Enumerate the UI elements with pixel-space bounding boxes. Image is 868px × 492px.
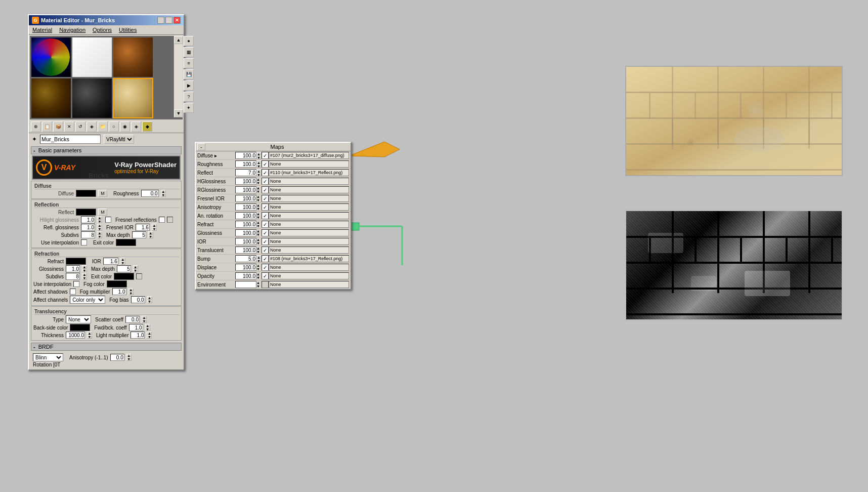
anisotropy-input[interactable] <box>110 354 124 361</box>
ior-input[interactable] <box>103 258 118 265</box>
aniso-up[interactable]: ▲ <box>256 203 262 207</box>
material-thumb-6-selected[interactable] <box>113 78 153 118</box>
displace-down[interactable]: ▼ <box>256 267 262 271</box>
reflect-m-button[interactable]: M <box>98 209 107 216</box>
show-map-button[interactable]: ◉ <box>120 121 130 132</box>
map-environment-file[interactable]: None <box>269 281 349 288</box>
close-button[interactable]: ✕ <box>173 17 181 24</box>
video-button[interactable]: ▶ <box>184 80 194 91</box>
exit-color2-swatch[interactable] <box>114 273 134 280</box>
ior-down[interactable]: ▼ <box>256 241 262 245</box>
scroll-down-button[interactable]: ▼ <box>174 109 183 117</box>
map-reflect-val[interactable] <box>235 169 256 176</box>
roughness-spin-up[interactable]: ▲ <box>161 190 166 193</box>
fresnel-checkbox[interactable] <box>159 217 165 223</box>
fog-mult-spin-up[interactable]: ▲ <box>128 288 134 292</box>
make-unique-button[interactable]: ◈ <box>86 121 97 132</box>
save-button[interactable]: 💾 <box>184 69 194 79</box>
map-reflect-file[interactable]: #110 (mur_bricks3+17_Reflect.png) <box>269 169 349 176</box>
map-fresnel-val[interactable] <box>235 195 256 202</box>
aniso-spin-down[interactable]: ▼ <box>126 357 132 361</box>
max-depth2-spin-down[interactable]: ▼ <box>133 269 138 272</box>
map-refract-check[interactable]: ✓ <box>262 221 269 228</box>
map-refract-file[interactable]: None <box>269 221 349 228</box>
put-library-button[interactable]: 📁 <box>98 121 108 132</box>
use-interp2-checkbox[interactable] <box>73 281 79 287</box>
scatter-spin-up[interactable]: ▲ <box>142 316 147 319</box>
light-mult-spin-down[interactable]: ▼ <box>147 335 152 339</box>
bump-up[interactable]: ▲ <box>256 255 262 259</box>
opacity-down[interactable]: ▼ <box>256 276 262 279</box>
hilight-input[interactable] <box>81 216 95 223</box>
map-bump-file[interactable]: #108 (mur_bricks3+17_Reflect.png) <box>269 255 349 262</box>
material-effects-button[interactable]: ○ <box>109 121 119 132</box>
map-opacity-check[interactable]: ✓ <box>262 272 269 279</box>
map-rgloss-file[interactable]: None <box>269 186 349 193</box>
map-displace-check[interactable]: ✓ <box>262 264 269 271</box>
map-gloss2-check[interactable]: ✓ <box>262 229 269 236</box>
material-thumb-2[interactable] <box>72 37 112 77</box>
aniso-spin-up[interactable]: ▲ <box>126 354 132 357</box>
subdivs2-spin-up[interactable]: ▲ <box>82 273 87 276</box>
fresnel-lock[interactable] <box>167 217 173 223</box>
map-rgloss-check[interactable]: ✓ <box>262 186 269 193</box>
pick-material-button[interactable]: ⊕ <box>31 121 41 132</box>
map-opacity-file[interactable]: None <box>269 272 349 279</box>
refract-up[interactable]: ▲ <box>256 221 262 224</box>
refl-glossiness-input[interactable] <box>81 224 95 231</box>
max-depth2-spin-up[interactable]: ▲ <box>133 265 138 269</box>
reflect-val-down[interactable]: ▼ <box>256 173 262 176</box>
reflect-val-up[interactable]: ▲ <box>256 169 262 173</box>
maximize-button[interactable]: □ <box>165 17 172 24</box>
fog-mult-spin-down[interactable]: ▼ <box>128 292 134 295</box>
show-final-button[interactable]: ◈ <box>131 121 141 132</box>
map-roughness-check[interactable]: ✓ <box>262 160 269 168</box>
translucent-up[interactable]: ▲ <box>256 247 262 250</box>
fresnel-ior-spin-down[interactable]: ▼ <box>152 227 157 231</box>
minimize-button[interactable]: _ <box>157 17 164 24</box>
ior-spin-up[interactable]: ▲ <box>120 258 125 261</box>
options-button[interactable]: ≡ <box>184 58 194 68</box>
map-refract-val[interactable] <box>235 221 256 228</box>
extra-button[interactable]: ✦ <box>184 103 194 113</box>
scatter-coeff-input[interactable] <box>125 316 140 323</box>
gloss2-down[interactable]: ▼ <box>256 233 262 236</box>
map-bump-check[interactable]: ✓ <box>262 255 269 262</box>
refl-gloss-spin-down[interactable]: ▼ <box>97 227 102 231</box>
opacity-up[interactable]: ▲ <box>256 272 262 276</box>
map-translucent-val[interactable] <box>235 247 256 254</box>
rgloss-down[interactable]: ▼ <box>256 190 262 193</box>
reset-button[interactable]: ↺ <box>75 121 85 132</box>
checkerboard-button[interactable]: ▦ <box>184 47 194 57</box>
an-rot-up[interactable]: ▲ <box>256 212 262 216</box>
map-translucent-check[interactable]: ✓ <box>262 247 269 254</box>
hilight-spin-down[interactable]: ▼ <box>97 220 102 223</box>
brdf-section-header[interactable]: - BRDF <box>31 343 182 351</box>
rough-val-up[interactable]: ▲ <box>256 160 262 164</box>
menu-options[interactable]: Options <box>91 26 113 33</box>
gloss2-up[interactable]: ▲ <box>256 229 262 233</box>
map-gloss2-val[interactable] <box>235 229 256 236</box>
fog-bias-spin-down[interactable]: ▼ <box>147 300 152 303</box>
hilight-spin-up[interactable]: ▲ <box>97 216 102 220</box>
affect-shadows-checkbox[interactable] <box>70 289 76 295</box>
gloss-spin-up[interactable]: ▲ <box>82 265 87 269</box>
map-environment-val[interactable] <box>235 281 256 288</box>
map-hgloss-val[interactable] <box>235 178 256 185</box>
max-depth-spin-up[interactable]: ▲ <box>148 231 153 235</box>
ior-up[interactable]: ▲ <box>256 238 262 241</box>
shader-type-dropdown[interactable]: VRayMtl <box>104 135 134 144</box>
fwd-bck-input[interactable] <box>129 324 143 331</box>
map-reflect-check[interactable]: ✓ <box>262 169 269 176</box>
map-displace-val[interactable] <box>235 264 256 271</box>
backside-color-swatch[interactable] <box>70 324 90 331</box>
map-displace-file[interactable]: None <box>269 264 349 271</box>
bump-down[interactable]: ▼ <box>256 259 262 262</box>
render-preview-button[interactable]: ● <box>184 36 194 46</box>
map-hgloss-file[interactable]: None <box>269 178 349 185</box>
light-mult-spin-up[interactable]: ▲ <box>147 332 152 335</box>
affect-channels-dropdown[interactable]: Color only <box>70 296 105 304</box>
get-material-button[interactable]: 📋 <box>42 121 52 132</box>
diffuse-val-down[interactable]: ▼ <box>256 155 262 159</box>
map-ior-val[interactable] <box>235 238 256 245</box>
